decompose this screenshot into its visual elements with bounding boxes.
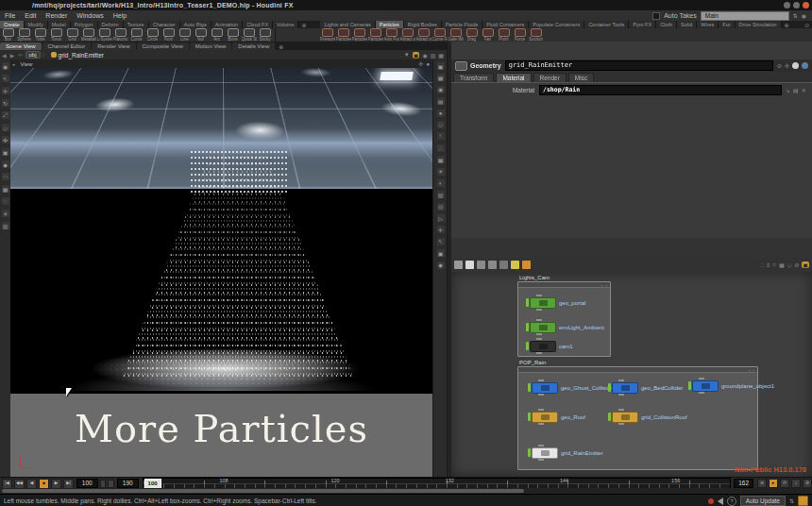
- shelf-tab[interactable]: Auto Rigs: [180, 21, 211, 28]
- shelf-tool[interactable]: Null: [193, 28, 209, 42]
- network-canvas[interactable]: Lights_Cam • • geo_portal: [451, 272, 812, 477]
- net-layout-icon[interactable]: ⌗: [773, 261, 776, 268]
- take-selector[interactable]: Main: [701, 11, 789, 21]
- geo_Roof[interactable]: geo_Roof: [528, 412, 585, 422]
- node-input-connector[interactable]: [536, 295, 542, 296]
- help-sphere-icon[interactable]: [792, 62, 799, 69]
- snapshot-icon[interactable]: ◎: [437, 203, 445, 211]
- realtime-toggle-icon[interactable]: ▸: [769, 479, 778, 488]
- playbar-options-icon[interactable]: ✣: [803, 479, 812, 488]
- select-mode-icon[interactable]: ↖: [437, 238, 445, 245]
- misc-tool-icon[interactable]: ▥: [2, 222, 9, 229]
- shelf-tool[interactable]: Arc: [209, 28, 225, 42]
- info-sphere-icon[interactable]: [802, 62, 808, 69]
- net-align-icon[interactable]: ≡: [767, 262, 770, 268]
- shelf-tab[interactable]: Container Tools: [584, 21, 629, 28]
- camera-view-icon[interactable]: ◉: [437, 86, 445, 93]
- playback-controls-icon[interactable]: ≋: [757, 479, 767, 488]
- node-display-flag[interactable]: [528, 413, 531, 421]
- view-tool-icon[interactable]: ◉: [2, 62, 9, 70]
- scale-tool-icon[interactable]: ⤢: [2, 111, 9, 119]
- link-icon[interactable]: ∞: [16, 52, 24, 58]
- param-tab[interactable]: Misc: [568, 73, 594, 82]
- shelf-tool[interactable]: Suction: [528, 28, 544, 42]
- maximize-pane-icon[interactable]: ▦: [438, 52, 444, 59]
- rotate-tool-icon[interactable]: ↻: [2, 99, 9, 107]
- stop-button[interactable]: ■: [39, 479, 49, 489]
- shelf-tool[interactable]: L-System: [96, 28, 112, 42]
- shelf-tool[interactable]: Particles fr: [351, 28, 367, 42]
- node-output-connector[interactable]: [699, 392, 704, 394]
- display-flags-icon[interactable]: [477, 261, 485, 269]
- edit-tool-icon[interactable]: ▣: [2, 148, 9, 156]
- node-input-connector[interactable]: [618, 409, 624, 411]
- shelf-tool[interactable]: Bone: [225, 28, 241, 42]
- scene-3d-view[interactable]: [10, 68, 432, 394]
- param-tab[interactable]: Transform: [453, 73, 494, 82]
- shelf-tool[interactable]: Fireworks: [319, 28, 335, 42]
- clear-icon[interactable]: ✕: [802, 87, 806, 93]
- gear-icon[interactable]: ✣: [785, 62, 789, 69]
- net-grid-icon[interactable]: ▦: [779, 261, 785, 268]
- bypass-flags-icon[interactable]: [499, 261, 508, 269]
- camera-icon[interactable]: ◉: [422, 52, 427, 59]
- node-input-connector[interactable]: [536, 338, 542, 340]
- shelf-tool[interactable]: Drag: [464, 28, 480, 42]
- node-body[interactable]: [530, 341, 556, 352]
- node-output-connector[interactable]: [538, 459, 544, 461]
- range-limit-icon[interactable]: [108, 480, 114, 488]
- net-overview-icon[interactable]: ∴: [760, 261, 764, 268]
- shelf-tool[interactable]: Torus: [48, 28, 64, 42]
- node-body[interactable]: [530, 322, 556, 333]
- node-output-connector[interactable]: [618, 394, 624, 396]
- object-mode-icon[interactable]: ◆: [437, 261, 445, 269]
- node-input-connector[interactable]: [538, 380, 544, 381]
- shelf-tool[interactable]: Line: [177, 28, 193, 42]
- pin-pane-icon[interactable]: ▣: [413, 52, 420, 59]
- node-body[interactable]: [532, 412, 558, 423]
- shelf-tool[interactable]: Axis Force: [383, 28, 399, 42]
- op-pick-icon[interactable]: ↘: [786, 87, 790, 93]
- shelf-tool[interactable]: Platonic So: [112, 28, 128, 42]
- node-input-connector[interactable]: [699, 378, 704, 380]
- secure-selection-icon[interactable]: ▣: [437, 249, 445, 257]
- layout-quad-icon[interactable]: ▦: [437, 74, 445, 81]
- shelf-options-icon[interactable]: ⊙: [802, 22, 812, 28]
- shelf-tab[interactable]: Fur: [719, 21, 735, 28]
- path-dropdown-icon[interactable]: ▼: [404, 52, 410, 58]
- paint-tool-icon[interactable]: ◆: [2, 160, 9, 168]
- menu-item[interactable]: Help: [109, 12, 131, 19]
- flipbook-icon[interactable]: ▷: [437, 214, 445, 222]
- node-display-flag[interactable]: [526, 323, 529, 331]
- visible-range-end-field[interactable]: 162: [734, 479, 753, 488]
- shelf-tab[interactable]: Populate Containers: [529, 21, 584, 28]
- take-spinner-icon[interactable]: ⇅: [793, 12, 798, 19]
- net-zoom-icon[interactable]: ⊘: [794, 261, 799, 268]
- shelf-tab[interactable]: Model: [48, 21, 71, 28]
- shelf-tool[interactable]: Particles fr: [367, 28, 383, 42]
- shelf-tool[interactable]: Force: [512, 28, 528, 42]
- shelf-tab[interactable]: Rigid Bodies: [404, 21, 442, 28]
- network-box-header[interactable]: • •: [518, 282, 610, 288]
- node-output-connector[interactable]: [536, 309, 542, 311]
- shelf-tool[interactable]: Curve: [128, 28, 144, 42]
- add-shelf-tab-icon[interactable]: ⊕: [782, 22, 792, 28]
- shelf-tool[interactable]: Attract wit: [415, 28, 431, 42]
- go-to-end-button[interactable]: ▶|: [63, 479, 74, 489]
- shelf-tab[interactable]: Cloth: [656, 21, 677, 28]
- layout-icon[interactable]: ▥: [431, 52, 436, 59]
- sculpt-tool-icon[interactable]: ◠: [2, 173, 9, 180]
- handles-toggle-icon[interactable]: ✛: [437, 226, 445, 233]
- node-display-flag[interactable]: [528, 448, 531, 457]
- play-button[interactable]: ▶: [51, 479, 61, 489]
- select-tool-icon[interactable]: ↖: [2, 75, 9, 82]
- auto-takes-checkbox[interactable]: [652, 12, 660, 20]
- node-display-flag[interactable]: [608, 383, 611, 392]
- timeline-scrollbar[interactable]: [2, 489, 524, 493]
- search-icon[interactable]: ⊘: [777, 62, 782, 69]
- node-display-flag[interactable]: [528, 383, 531, 392]
- audio-panel-icon[interactable]: ♪: [791, 479, 801, 488]
- shelf-tool[interactable]: Quick Sha: [241, 28, 257, 42]
- pose-tool-icon[interactable]: ◇: [2, 124, 9, 131]
- error-indicator-icon[interactable]: [708, 498, 714, 504]
